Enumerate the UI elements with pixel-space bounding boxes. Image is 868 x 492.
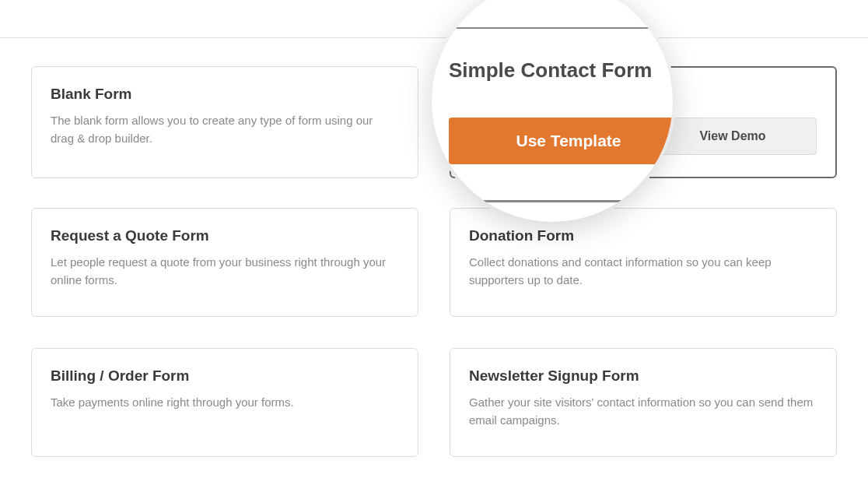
card-title: Newsletter Signup Form [469, 367, 817, 385]
template-card-simple-contact-form[interactable]: Simple Contact Form Use Template View De… [450, 66, 837, 178]
card-description: Collect donations and contact informatio… [469, 254, 817, 289]
card-title: Blank Form [51, 86, 399, 103]
card-title: Request a Quote Form [51, 227, 399, 244]
zoom-divider [432, 27, 673, 29]
card-description: Gather your site visitors' contact infor… [469, 394, 817, 429]
card-description: Take payments online right through your … [51, 394, 399, 412]
template-card-donation-form[interactable]: Donation Form Collect donations and cont… [450, 208, 837, 317]
card-title: Donation Form [469, 227, 817, 244]
template-card-blank-form[interactable]: Blank Form The blank form allows you to … [31, 66, 418, 178]
template-card-newsletter-signup-form[interactable]: Newsletter Signup Form Gather your site … [450, 348, 837, 457]
card-title: Simple Contact Form [470, 86, 817, 104]
top-divider [0, 37, 868, 38]
template-card-billing-order-form[interactable]: Billing / Order Form Take payments onlin… [31, 348, 418, 457]
view-demo-button[interactable]: View Demo [649, 118, 817, 155]
card-title: Billing / Order Form [51, 367, 399, 385]
template-card-request-quote-form[interactable]: Request a Quote Form Let people request … [31, 208, 418, 317]
card-description: The blank form allows you to create any … [51, 112, 399, 147]
template-grid: Blank Form The blank form allows you to … [31, 66, 837, 457]
card-button-row: Use Template View Demo [470, 118, 817, 155]
use-template-button[interactable]: Use Template [470, 118, 636, 155]
card-description: Let people request a quote from your bus… [51, 254, 399, 289]
